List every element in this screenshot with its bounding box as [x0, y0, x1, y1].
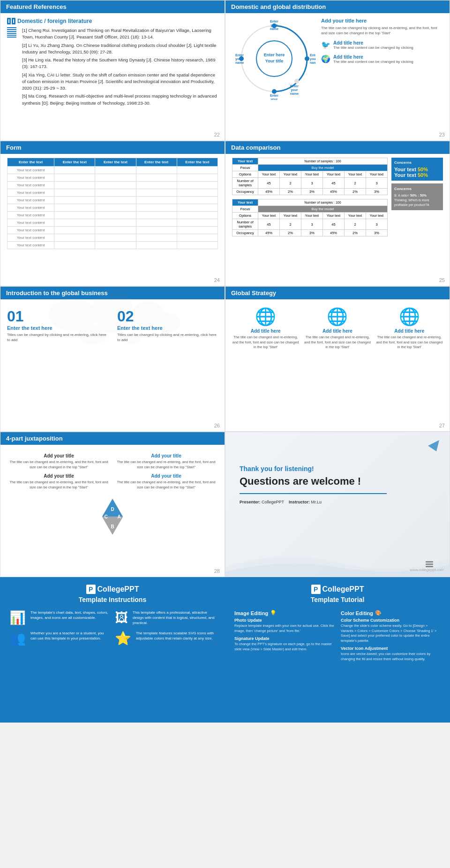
form-cell-9-3 — [136, 234, 177, 242]
data-header-text: Data comparison — [231, 144, 280, 151]
biz-title-2: Enter the text here — [117, 325, 218, 331]
form-cell-8-0: Your text content — [8, 227, 54, 234]
svg-text:name: name — [290, 92, 298, 95]
form-cell-4-0: Your text content — [8, 197, 54, 204]
form-cell-3-0: Your text content — [8, 189, 54, 197]
four-header-text: 4-part juxtaposition — [6, 435, 63, 442]
biz-num-2: 02 — [117, 308, 218, 325]
slide-header-four: 4-part juxtaposition — [0, 432, 225, 445]
form-cell-1-1 — [54, 174, 95, 182]
tutorial-section-1: Image Editing 💡 Photo Update Replace tem… — [234, 610, 334, 664]
data-table-1: Your text Number of samples : 100 Focus … — [232, 158, 388, 195]
form-cell-4-1 — [54, 197, 95, 204]
page-num-23: 23 — [439, 132, 445, 137]
form-cell-1-3 — [136, 174, 177, 182]
refs-section-title: Domestic / foreign literature — [7, 18, 218, 24]
strategy-title-1: Add title here — [232, 328, 299, 334]
slide-featured-refs: Featured References Domestic / foreign l… — [0, 0, 225, 141]
dist-main-title: Add your title here — [321, 18, 443, 23]
globe-icon-1: 🌐 — [232, 307, 299, 327]
form-cell-3-3 — [136, 189, 177, 197]
dist-item-1-desc: The title and content can be changed by … — [333, 46, 413, 50]
form-cell-7-3 — [136, 219, 177, 227]
form-cell-3-1 — [54, 189, 95, 197]
strategy-item-3: 🌐 Add title here The title can be change… — [376, 307, 443, 350]
strategy-desc-3: The title can be changed and re-entering… — [376, 335, 443, 350]
four-desc-2: The title can be changed and re-entering… — [114, 460, 218, 470]
form-col-0: Enter the text — [8, 158, 54, 167]
distribution-circle-svg: Enter here Your title Enter your name En… — [233, 18, 315, 100]
form-cell-4-3 — [136, 197, 177, 204]
form-cell-7-1 — [54, 219, 95, 227]
four-item-1: Add your title The title can be changed … — [7, 453, 111, 470]
dist-right-content: Add your title here The title can be cha… — [321, 18, 443, 100]
form-cell-2-0: Your text content — [8, 182, 54, 189]
svg-text:name: name — [270, 27, 278, 30]
page-num-22: 22 — [214, 132, 220, 137]
instructions-logo: P CollegePPT — [9, 585, 216, 594]
dist-header-text: Domestic and global distribution — [231, 3, 326, 10]
data-table-2: Your text Number of samples : 100 Focus … — [232, 199, 388, 236]
four-desc-3: The title can be changed and re-entering… — [7, 480, 111, 490]
tutorial-item-1-2: Signature Update To change the PPT's sig… — [234, 636, 334, 652]
instructions-inner: P CollegePPT Template Instructions 📊 The… — [0, 577, 225, 654]
svg-text:your: your — [235, 57, 242, 61]
form-cell-8-4 — [177, 227, 218, 234]
biz-num-1: 01 — [7, 308, 108, 325]
svg-text:Your title: Your title — [265, 59, 283, 63]
dist-item-2-desc: The title and content can be changed by … — [333, 60, 413, 64]
tutorial-inner: P CollegePPT Template Tutorial Image Edi… — [225, 577, 450, 672]
four-title-1: Add your title — [7, 453, 111, 458]
slide-global-strategy: Global Strategy 🌐 Add title here The tit… — [225, 286, 450, 432]
dt2-options: Options — [232, 213, 258, 219]
slide-header-data: Data comparison — [225, 141, 450, 154]
svg-text:Enter: Enter — [290, 84, 299, 88]
svg-rect-41 — [426, 561, 433, 563]
form-cell-4-4 — [177, 197, 218, 204]
svg-text:your: your — [270, 98, 278, 100]
dt2-samples: Number of samples : 100 — [258, 199, 388, 206]
page-num-26: 26 — [214, 423, 220, 428]
sidebar-lines — [7, 27, 16, 108]
thankyou-main: Questions are welcome ! — [240, 475, 435, 487]
dist-item-2-title: Add title here — [333, 54, 413, 60]
dt2-your-text: Your text — [232, 199, 258, 206]
form-cell-10-3 — [136, 242, 177, 249]
bird-icon: 🐦 — [321, 40, 330, 49]
dt1-buy-model: Buy the model — [258, 165, 388, 171]
globe-icon-small: 🌍 — [321, 54, 330, 63]
strategy-header-text: Global Strategy — [231, 289, 276, 297]
palette-icon: 🎨 — [375, 610, 382, 616]
form-col-2: Enter the text — [95, 158, 136, 167]
strategy-desc-1: The title can be changed and re-entering… — [232, 335, 299, 350]
dt1-focus: Focus — [232, 165, 258, 171]
four-title-2: Add your title — [114, 453, 218, 458]
page-num-27: 27 — [439, 423, 445, 428]
data-tables: Your text Number of samples : 100 Focus … — [232, 158, 388, 240]
svg-text:your: your — [310, 57, 315, 61]
biz-title-1: Enter the text here — [7, 325, 108, 331]
thankyou-content: Thank you for listening! Questions are w… — [225, 432, 450, 514]
form-cell-2-1 — [54, 182, 95, 189]
slide-header-dist: Domestic and global distribution — [225, 0, 450, 13]
form-cell-1-2 — [95, 174, 136, 182]
svg-point-7 — [272, 89, 277, 94]
svg-rect-2 — [8, 19, 9, 23]
slide-four-part: 4-part juxtaposition Add your title The … — [0, 432, 225, 577]
dt1-occupancy: Occupancy — [232, 189, 258, 195]
ref-item-4: [4] Xia Ying, CAI Li letter. Study on th… — [22, 72, 218, 92]
instructions-title: Template Instructions — [9, 596, 216, 603]
diamond-container: D B C A — [94, 498, 131, 537]
dist-item-2: 🌍 Add title here The title and content c… — [321, 54, 443, 64]
ref-item-5: [5] Ma Cong. Research on multi-objective… — [22, 93, 218, 107]
form-cell-10-4 — [177, 242, 218, 249]
svg-text:Enter: Enter — [310, 53, 315, 57]
form-cell-5-3 — [136, 204, 177, 212]
tutorial-logo: P CollegePPT — [234, 585, 441, 594]
form-cell-9-0: Your text content — [8, 234, 54, 242]
svg-text:C: C — [104, 514, 107, 519]
slide-tutorial: P CollegePPT Template Tutorial Image Edi… — [225, 577, 450, 723]
svg-text:Enter: Enter — [270, 94, 278, 97]
form-cell-10-2 — [95, 242, 136, 249]
form-cell-1-0: Your text content — [8, 174, 54, 182]
